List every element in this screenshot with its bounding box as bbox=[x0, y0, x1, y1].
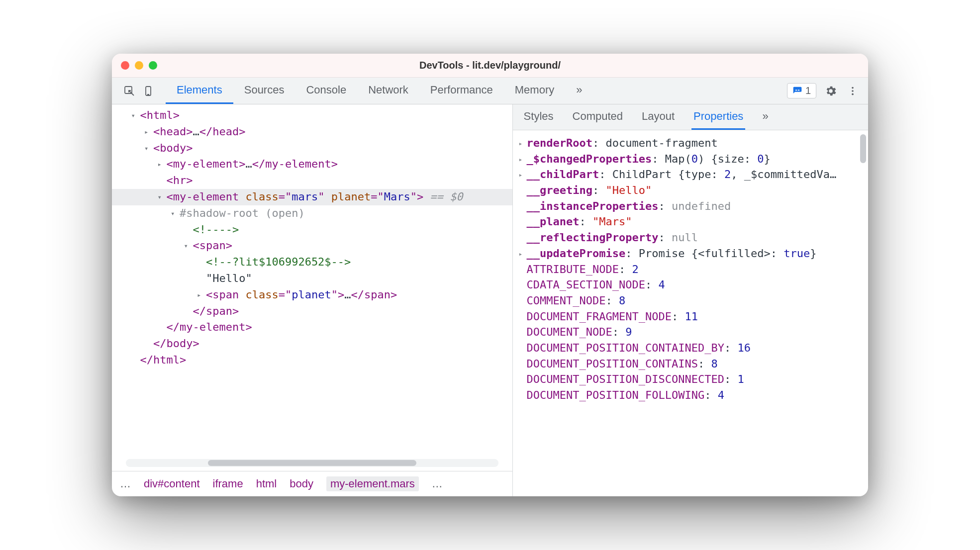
vertical-scrollbar[interactable] bbox=[860, 134, 866, 163]
dom-node[interactable]: <!--?lit$106992652$--> bbox=[112, 254, 512, 271]
dom-node[interactable]: <html> bbox=[112, 107, 512, 124]
device-toggle-icon[interactable] bbox=[141, 84, 156, 98]
dom-node[interactable]: "Hello" bbox=[112, 271, 512, 287]
window-title: DevTools - lit.dev/playground/ bbox=[112, 60, 868, 71]
property-row[interactable]: DOCUMENT_NODE: 9 bbox=[518, 324, 865, 340]
sidebar-tab-computed[interactable]: Computed bbox=[571, 104, 625, 130]
property-row[interactable]: DOCUMENT_POSITION_DISCONNECTED: 1 bbox=[518, 371, 865, 387]
minimize-icon[interactable] bbox=[135, 61, 143, 70]
property-row[interactable]: __greeting: "Hello" bbox=[518, 183, 865, 198]
dom-node[interactable]: <!----> bbox=[112, 222, 512, 238]
property-row[interactable]: CDATA_SECTION_NODE: 4 bbox=[518, 277, 865, 293]
dom-node[interactable]: </span> bbox=[112, 303, 512, 320]
gear-icon[interactable] bbox=[823, 84, 838, 98]
issues-button[interactable]: 1 bbox=[787, 83, 816, 98]
svg-point-5 bbox=[852, 93, 854, 95]
maximize-icon[interactable] bbox=[149, 61, 157, 70]
breadcrumbs: …div#contentiframehtmlbodymy-element.mar… bbox=[112, 471, 512, 496]
sidebar-tab-properties[interactable]: Properties bbox=[691, 104, 745, 130]
svg-point-3 bbox=[852, 87, 854, 89]
kebab-menu-icon[interactable] bbox=[845, 84, 860, 98]
more-tabs-chevron[interactable]: » bbox=[565, 78, 593, 104]
inspect-icon[interactable] bbox=[122, 84, 137, 98]
dom-node[interactable]: <my-element class="mars" planet="Mars"> … bbox=[112, 189, 512, 205]
breadcrumb-item[interactable]: iframe bbox=[213, 477, 243, 490]
properties-pane[interactable]: ▸renderRoot: document-fragment▸_$changed… bbox=[513, 130, 868, 496]
dom-node[interactable]: </html> bbox=[112, 352, 512, 368]
dom-node[interactable]: <head>…</head> bbox=[112, 124, 512, 140]
titlebar: DevTools - lit.dev/playground/ bbox=[112, 54, 868, 78]
property-row[interactable]: ▸renderRoot: document-fragment bbox=[518, 135, 865, 151]
traffic-lights bbox=[121, 61, 157, 70]
sidebar-panel: StylesComputedLayoutProperties» ▸renderR… bbox=[513, 104, 868, 496]
tab-elements[interactable]: Elements bbox=[166, 78, 233, 104]
main-tabs: ElementsSourcesConsoleNetworkPerformance… bbox=[166, 78, 565, 104]
devtools-window: DevTools - lit.dev/playground/ ElementsS… bbox=[112, 54, 868, 496]
property-row[interactable]: __reflectingProperty: null bbox=[518, 230, 865, 246]
property-row[interactable]: ▸__childPart: ChildPart {type: 2, _$comm… bbox=[518, 167, 865, 183]
property-row[interactable]: DOCUMENT_POSITION_FOLLOWING: 4 bbox=[518, 387, 865, 403]
dom-node[interactable]: </body> bbox=[112, 336, 512, 352]
property-row[interactable]: ▸__updatePromise: Promise {<fulfilled>: … bbox=[518, 246, 865, 262]
property-row[interactable]: DOCUMENT_FRAGMENT_NODE: 11 bbox=[518, 309, 865, 325]
tab-memory[interactable]: Memory bbox=[504, 78, 565, 104]
sidebar-tab-layout[interactable]: Layout bbox=[640, 104, 677, 130]
dom-node[interactable]: #shadow-root (open) bbox=[112, 205, 512, 222]
svg-point-4 bbox=[852, 90, 854, 92]
property-row[interactable]: __instanceProperties: undefined bbox=[518, 198, 865, 214]
dom-node[interactable]: <span class="planet">…</span> bbox=[112, 287, 512, 303]
breadcrumb-ellipsis[interactable]: … bbox=[120, 477, 131, 490]
sidebar-tab-styles[interactable]: Styles bbox=[522, 104, 556, 130]
dom-node[interactable]: <body> bbox=[112, 140, 512, 157]
property-row[interactable]: __planet: "Mars" bbox=[518, 214, 865, 230]
property-row[interactable]: COMMENT_NODE: 8 bbox=[518, 293, 865, 309]
dom-node[interactable]: <hr> bbox=[112, 173, 512, 189]
breadcrumb-item[interactable]: body bbox=[290, 477, 313, 490]
dom-tree[interactable]: <html> <head>…</head> <body> <my-element… bbox=[112, 104, 512, 459]
sidebar-tabs: StylesComputedLayoutProperties» bbox=[513, 104, 868, 130]
tab-performance[interactable]: Performance bbox=[419, 78, 504, 104]
breadcrumb-ellipsis[interactable]: … bbox=[432, 477, 443, 490]
dom-node[interactable]: <span> bbox=[112, 238, 512, 254]
tab-console[interactable]: Console bbox=[295, 78, 357, 104]
issues-count: 1 bbox=[805, 85, 811, 96]
tab-sources[interactable]: Sources bbox=[233, 78, 295, 104]
dom-node[interactable]: </my-element> bbox=[112, 319, 512, 336]
horizontal-scrollbar[interactable] bbox=[126, 459, 498, 467]
property-row[interactable]: DOCUMENT_POSITION_CONTAINED_BY: 16 bbox=[518, 340, 865, 356]
sidebar-more-chevron[interactable]: » bbox=[760, 104, 770, 130]
breadcrumb-item[interactable]: div#content bbox=[144, 477, 200, 490]
property-row[interactable]: DOCUMENT_POSITION_CONTAINS: 8 bbox=[518, 356, 865, 372]
property-row[interactable]: ATTRIBUTE_NODE: 2 bbox=[518, 262, 865, 277]
breadcrumb-item[interactable]: html bbox=[256, 477, 277, 490]
close-icon[interactable] bbox=[121, 61, 129, 70]
breadcrumb-item[interactable]: my-element.mars bbox=[326, 476, 419, 491]
tab-network[interactable]: Network bbox=[357, 78, 419, 104]
main-toolbar: ElementsSourcesConsoleNetworkPerformance… bbox=[112, 78, 868, 104]
elements-panel: <html> <head>…</head> <body> <my-element… bbox=[112, 104, 513, 496]
property-row[interactable]: ▸_$changedProperties: Map(0) {size: 0} bbox=[518, 151, 865, 167]
dom-node[interactable]: <my-element>…</my-element> bbox=[112, 156, 512, 173]
